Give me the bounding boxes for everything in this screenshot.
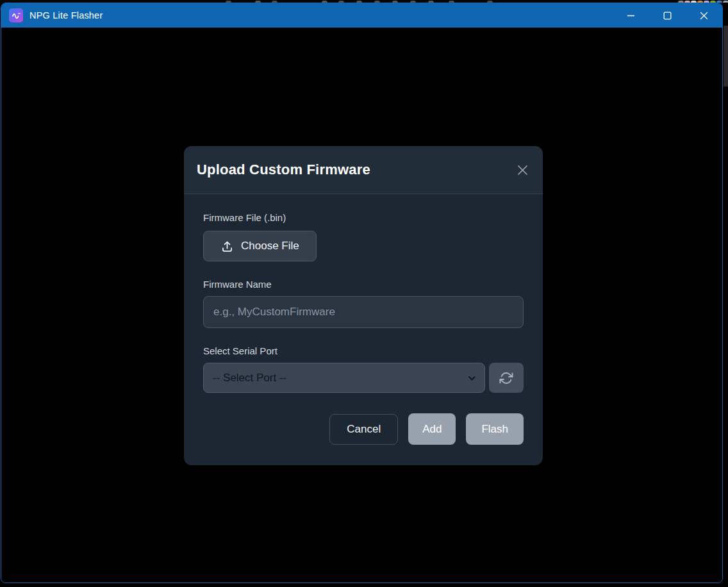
serial-port-select[interactable]: -- Select Port --: [203, 363, 485, 393]
minimize-button[interactable]: [613, 3, 649, 28]
window-controls: [613, 3, 722, 28]
window-title: NPG Lite Flasher: [29, 10, 103, 21]
firmware-file-label: Firmware File (.bin): [203, 212, 524, 223]
cancel-button[interactable]: Cancel: [329, 414, 398, 445]
upload-firmware-dialog: Upload Custom Firmware Firmware File (.b…: [184, 146, 543, 465]
firmware-name-input[interactable]: [203, 296, 524, 328]
serial-port-select-wrap: -- Select Port --: [203, 363, 485, 393]
flash-button[interactable]: Flash: [466, 413, 524, 445]
refresh-ports-button[interactable]: [489, 363, 524, 393]
close-window-button[interactable]: [686, 3, 722, 28]
app-window: NPG Lite Flasher Upload Custom Firmware: [1, 3, 723, 583]
dialog-title: Upload Custom Firmware: [197, 161, 370, 178]
dialog-body: Firmware File (.bin) Choose File Firmwar…: [184, 194, 543, 465]
serial-port-label: Select Serial Port: [203, 345, 524, 356]
desktop-artifact-right: [724, 26, 728, 87]
desktop-artifact-dot: [723, 1, 728, 3]
close-dialog-icon[interactable]: [517, 164, 529, 176]
add-button[interactable]: Add: [408, 413, 456, 445]
firmware-name-label: Firmware Name: [203, 279, 524, 290]
app-logo-icon: [9, 8, 23, 22]
app-background: Upload Custom Firmware Firmware File (.b…: [1, 28, 722, 583]
refresh-icon: [499, 371, 513, 385]
dialog-footer: Cancel Add Flash: [203, 413, 524, 445]
dialog-header: Upload Custom Firmware: [184, 146, 543, 194]
maximize-button[interactable]: [649, 3, 686, 28]
choose-file-button[interactable]: Choose File: [203, 231, 317, 261]
serial-port-row: -- Select Port --: [203, 363, 524, 393]
choose-file-label: Choose File: [241, 240, 299, 252]
titlebar[interactable]: NPG Lite Flasher: [1, 3, 722, 28]
upload-icon: [220, 240, 234, 253]
